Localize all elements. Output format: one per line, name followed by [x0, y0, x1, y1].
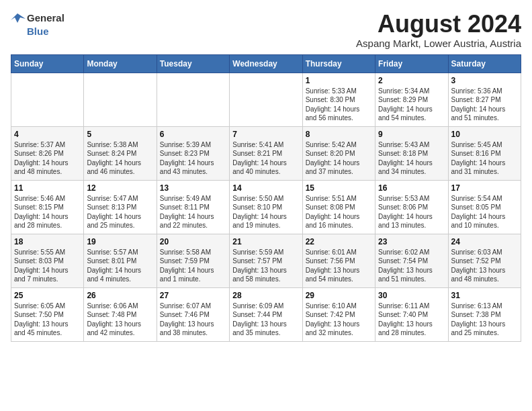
day-info: Sunrise: 6:10 AM Sunset: 7:42 PM Dayligh…: [306, 302, 372, 338]
calendar-cell: 29Sunrise: 6:10 AM Sunset: 7:42 PM Dayli…: [302, 287, 375, 341]
svg-marker-0: [11, 13, 26, 23]
calendar-cell: 1Sunrise: 5:33 AM Sunset: 8:30 PM Daylig…: [302, 73, 375, 126]
calendar-cell: 30Sunrise: 6:11 AM Sunset: 7:40 PM Dayli…: [375, 287, 448, 341]
weekday-header-thursday: Thursday: [302, 54, 375, 73]
day-info: Sunrise: 5:34 AM Sunset: 8:29 PM Dayligh…: [378, 87, 445, 123]
day-number: 1: [306, 76, 372, 85]
day-info: Sunrise: 5:47 AM Sunset: 8:13 PM Dayligh…: [87, 194, 153, 230]
calendar-cell: 7Sunrise: 5:41 AM Sunset: 8:21 PM Daylig…: [230, 126, 302, 180]
week-row-2: 4Sunrise: 5:37 AM Sunset: 8:26 PM Daylig…: [11, 126, 521, 180]
calendar-cell: 8Sunrise: 5:42 AM Sunset: 8:20 PM Daylig…: [302, 126, 375, 180]
week-row-5: 25Sunrise: 6:05 AM Sunset: 7:50 PM Dayli…: [11, 287, 521, 341]
day-number: 2: [378, 76, 445, 85]
calendar-cell: 23Sunrise: 6:02 AM Sunset: 7:54 PM Dayli…: [375, 234, 448, 287]
day-number: 27: [160, 291, 226, 300]
calendar-cell: 11Sunrise: 5:46 AM Sunset: 8:15 PM Dayli…: [11, 180, 84, 234]
day-number: 26: [87, 291, 153, 300]
calendar-cell: 12Sunrise: 5:47 AM Sunset: 8:13 PM Dayli…: [84, 180, 157, 234]
day-number: 15: [306, 183, 372, 193]
calendar-cell: 10Sunrise: 5:45 AM Sunset: 8:16 PM Dayli…: [448, 126, 521, 180]
day-number: 10: [451, 130, 518, 139]
calendar-cell: 4Sunrise: 5:37 AM Sunset: 8:26 PM Daylig…: [11, 126, 84, 180]
calendar-cell: [11, 73, 84, 126]
week-row-1: 1Sunrise: 5:33 AM Sunset: 8:30 PM Daylig…: [11, 73, 521, 126]
day-number: 18: [14, 237, 81, 246]
day-info: Sunrise: 5:57 AM Sunset: 8:01 PM Dayligh…: [87, 248, 153, 284]
calendar-cell: 24Sunrise: 6:03 AM Sunset: 7:52 PM Dayli…: [448, 234, 521, 287]
weekday-header-wednesday: Wednesday: [230, 54, 302, 73]
logo-text: General Blue: [11, 11, 64, 38]
week-row-3: 11Sunrise: 5:46 AM Sunset: 8:15 PM Dayli…: [11, 180, 521, 234]
day-number: 9: [378, 130, 445, 139]
calendar-cell: 25Sunrise: 6:05 AM Sunset: 7:50 PM Dayli…: [11, 287, 84, 341]
calendar-cell: 31Sunrise: 6:13 AM Sunset: 7:38 PM Dayli…: [448, 287, 521, 341]
calendar-cell: [230, 73, 302, 126]
day-number: 5: [87, 130, 153, 139]
day-info: Sunrise: 6:03 AM Sunset: 7:52 PM Dayligh…: [451, 248, 518, 284]
weekday-header-friday: Friday: [375, 54, 448, 73]
day-info: Sunrise: 6:07 AM Sunset: 7:46 PM Dayligh…: [160, 302, 226, 338]
day-info: Sunrise: 5:46 AM Sunset: 8:15 PM Dayligh…: [14, 194, 81, 230]
week-row-4: 18Sunrise: 5:55 AM Sunset: 8:03 PM Dayli…: [11, 234, 521, 287]
day-info: Sunrise: 5:55 AM Sunset: 8:03 PM Dayligh…: [14, 248, 81, 284]
day-info: Sunrise: 6:01 AM Sunset: 7:56 PM Dayligh…: [306, 248, 372, 284]
weekday-header-sunday: Sunday: [11, 54, 84, 73]
calendar-cell: 6Sunrise: 5:39 AM Sunset: 8:23 PM Daylig…: [157, 126, 229, 180]
day-info: Sunrise: 5:49 AM Sunset: 8:11 PM Dayligh…: [160, 194, 226, 230]
calendar-cell: 13Sunrise: 5:49 AM Sunset: 8:11 PM Dayli…: [157, 180, 229, 234]
day-number: 12: [87, 183, 153, 193]
weekday-header-tuesday: Tuesday: [157, 54, 229, 73]
day-info: Sunrise: 6:13 AM Sunset: 7:38 PM Dayligh…: [451, 302, 518, 338]
day-number: 8: [306, 130, 372, 139]
day-info: Sunrise: 6:05 AM Sunset: 7:50 PM Dayligh…: [14, 302, 81, 338]
day-info: Sunrise: 5:59 AM Sunset: 7:57 PM Dayligh…: [232, 248, 299, 284]
calendar-cell: 14Sunrise: 5:50 AM Sunset: 8:10 PM Dayli…: [230, 180, 302, 234]
day-info: Sunrise: 6:06 AM Sunset: 7:48 PM Dayligh…: [87, 302, 153, 338]
day-number: 22: [306, 237, 372, 246]
day-info: Sunrise: 5:51 AM Sunset: 8:08 PM Dayligh…: [306, 194, 372, 230]
day-info: Sunrise: 5:45 AM Sunset: 8:16 PM Dayligh…: [451, 140, 518, 177]
day-info: Sunrise: 5:54 AM Sunset: 8:05 PM Dayligh…: [451, 194, 518, 230]
day-number: 13: [160, 183, 226, 193]
day-info: Sunrise: 5:37 AM Sunset: 8:26 PM Dayligh…: [14, 140, 81, 177]
calendar-cell: 2Sunrise: 5:34 AM Sunset: 8:29 PM Daylig…: [375, 73, 448, 126]
day-info: Sunrise: 6:09 AM Sunset: 7:44 PM Dayligh…: [232, 302, 299, 338]
day-number: 6: [160, 130, 226, 139]
day-number: 23: [378, 237, 445, 246]
day-info: Sunrise: 5:33 AM Sunset: 8:30 PM Dayligh…: [306, 87, 372, 123]
day-info: Sunrise: 5:43 AM Sunset: 8:18 PM Dayligh…: [378, 140, 445, 177]
day-number: 29: [306, 291, 372, 300]
day-number: 28: [232, 291, 299, 300]
calendar-table: SundayMondayTuesdayWednesdayThursdayFrid…: [11, 54, 521, 342]
calendar-cell: 27Sunrise: 6:07 AM Sunset: 7:46 PM Dayli…: [157, 287, 229, 341]
calendar-cell: 16Sunrise: 5:53 AM Sunset: 8:06 PM Dayli…: [375, 180, 448, 234]
calendar-cell: 19Sunrise: 5:57 AM Sunset: 8:01 PM Dayli…: [84, 234, 157, 287]
title-area: August 2024 Aspang Markt, Lower Austria,…: [356, 11, 521, 49]
logo: General Blue: [11, 11, 64, 38]
calendar-cell: 22Sunrise: 6:01 AM Sunset: 7:56 PM Dayli…: [302, 234, 375, 287]
calendar-cell: 15Sunrise: 5:51 AM Sunset: 8:08 PM Dayli…: [302, 180, 375, 234]
calendar-cell: 21Sunrise: 5:59 AM Sunset: 7:57 PM Dayli…: [230, 234, 302, 287]
calendar-cell: 20Sunrise: 5:58 AM Sunset: 7:59 PM Dayli…: [157, 234, 229, 287]
day-number: 3: [451, 76, 518, 85]
day-number: 17: [451, 183, 518, 193]
day-info: Sunrise: 5:41 AM Sunset: 8:21 PM Dayligh…: [232, 140, 299, 177]
day-number: 4: [14, 130, 81, 139]
day-number: 7: [232, 130, 299, 139]
calendar-cell: 18Sunrise: 5:55 AM Sunset: 8:03 PM Dayli…: [11, 234, 84, 287]
calendar-cell: 9Sunrise: 5:43 AM Sunset: 8:18 PM Daylig…: [375, 126, 448, 180]
calendar-cell: 17Sunrise: 5:54 AM Sunset: 8:05 PM Dayli…: [448, 180, 521, 234]
day-number: 11: [14, 183, 81, 193]
day-info: Sunrise: 5:58 AM Sunset: 7:59 PM Dayligh…: [160, 248, 226, 284]
day-info: Sunrise: 6:11 AM Sunset: 7:40 PM Dayligh…: [378, 302, 445, 338]
day-info: Sunrise: 5:50 AM Sunset: 8:10 PM Dayligh…: [232, 194, 299, 230]
day-number: 25: [14, 291, 81, 300]
calendar-cell: 3Sunrise: 5:36 AM Sunset: 8:27 PM Daylig…: [448, 73, 521, 126]
day-info: Sunrise: 5:36 AM Sunset: 8:27 PM Dayligh…: [451, 87, 518, 123]
day-number: 24: [451, 237, 518, 246]
day-number: 31: [451, 291, 518, 300]
logo-bird-icon: [11, 11, 26, 26]
weekday-header-saturday: Saturday: [448, 54, 521, 73]
day-info: Sunrise: 6:02 AM Sunset: 7:54 PM Dayligh…: [378, 248, 445, 284]
day-number: 16: [378, 183, 445, 193]
